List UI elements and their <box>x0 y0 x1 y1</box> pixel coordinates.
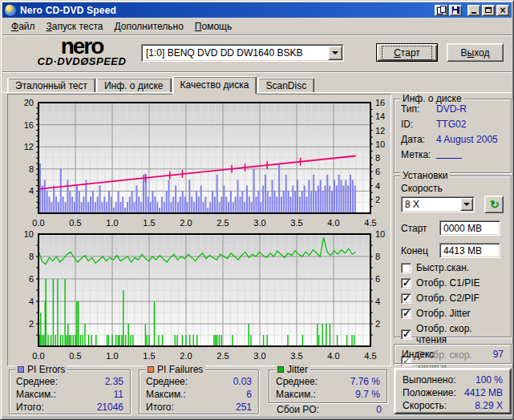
svg-text:12: 12 <box>375 126 385 135</box>
done-value: 100 % <box>476 374 503 386</box>
drive-select[interactable]: [1:0] BENQ DVD DD DW1640 BSKB <box>141 44 344 62</box>
tab-disc-info[interactable]: Инф. о диске <box>96 78 172 93</box>
exit-button[interactable]: Выход <box>447 43 504 62</box>
checkbox-box[interactable]: ✓ <box>401 329 411 340</box>
checkbox-box[interactable]: ✓ <box>401 293 411 304</box>
current-speed-value: 8.29 X <box>475 399 503 412</box>
menu-file[interactable]: Файл <box>6 19 41 34</box>
tab-strip: Эталонный тест Инф. о диске Качество дис… <box>7 75 315 92</box>
svg-text:10: 10 <box>375 139 385 149</box>
separator <box>2 417 512 418</box>
jitter-average: 7.76 % <box>350 375 380 388</box>
svg-text:4.0: 4.0 <box>327 218 339 228</box>
chevron-down-icon <box>463 203 470 206</box>
svg-text:1.5: 1.5 <box>143 351 155 361</box>
svg-text:4.0: 4.0 <box>327 351 339 361</box>
checkbox-box[interactable]: ✓ <box>401 309 411 319</box>
progress-panel: Выполнено:100 % Положение:4412 MB Скорос… <box>394 368 512 414</box>
end-position-row: Конец 4413 MB <box>395 243 511 258</box>
checkbox-box[interactable]: ✓ <box>401 263 411 273</box>
pie-total: 21046 <box>97 401 123 414</box>
nero-logo-text: nero <box>22 37 142 56</box>
end-position-input[interactable]: 4413 MB <box>439 243 500 258</box>
svg-text:8: 8 <box>375 153 380 163</box>
svg-text:6: 6 <box>29 274 34 284</box>
jitter-stats-group: Jitter Среднее:7.76 % Максим.:9.7 % <box>269 370 387 403</box>
svg-text:4: 4 <box>375 181 380 191</box>
svg-text:16: 16 <box>375 98 385 107</box>
disc-type-value: DVD-R <box>436 103 467 115</box>
start-button[interactable]: Старт <box>376 43 438 62</box>
pi-errors-title: PI Errors <box>27 364 65 375</box>
svg-text:1.5: 1.5 <box>143 218 155 228</box>
save-icon <box>452 6 459 14</box>
settings-title: Установки <box>400 170 450 181</box>
checkbox-show-c2-pif[interactable]: ✓ Отобр. C2/PIF <box>395 293 511 304</box>
svg-text:2.0: 2.0 <box>180 351 192 361</box>
checkbox-fast-scan[interactable]: ✓ Быстр.скан. <box>395 262 511 273</box>
disc-glyph: Ø <box>80 55 89 67</box>
done-row: Выполнено:100 % <box>395 374 510 386</box>
jitter-maximum: 9.7 % <box>355 388 380 401</box>
pif-average: 0.03 <box>233 375 252 388</box>
svg-text:3.5: 3.5 <box>290 218 302 228</box>
drive-select-dropdown-button[interactable] <box>328 46 342 60</box>
svg-text:6: 6 <box>375 274 380 284</box>
save-button[interactable] <box>449 5 462 16</box>
copy-icon <box>437 6 446 14</box>
settings-group: Установки Скорость 8 X ↻ Старт 0000 MB К… <box>394 176 512 337</box>
svg-text:2: 2 <box>29 319 34 329</box>
jitter-pif-chart: 1086421086420.00.51.01.52.02.53.03.54.04… <box>8 228 391 365</box>
separator <box>2 71 512 73</box>
speed-select[interactable]: 8 X <box>401 196 475 212</box>
speed-select-value: 8 X <box>402 199 460 210</box>
disc-date-row: Дата:4 August 2005 <box>395 134 511 145</box>
svg-text:3.0: 3.0 <box>253 351 265 361</box>
minimize-icon <box>472 12 476 14</box>
svg-text:0.0: 0.0 <box>32 218 44 228</box>
position-value: 4412 MB <box>464 386 503 399</box>
maximize-button[interactable] <box>482 5 495 16</box>
jitter-legend-icon <box>277 366 284 373</box>
speed-select-dropdown-button[interactable] <box>460 198 473 211</box>
quality-index-panel: Индекс 97 <box>394 344 512 364</box>
empty-label-line <box>436 151 462 159</box>
close-button[interactable]: × <box>496 5 509 16</box>
pif-total: 251 <box>236 401 252 414</box>
menu-extra[interactable]: Дополнительно <box>108 19 188 34</box>
pie-maximum: 11 <box>114 388 123 401</box>
pi-errors-stats-group: PI Errors Среднее:2.35 Максим.:11 Итого:… <box>9 370 131 414</box>
disc-id-row: ID:TTG02 <box>395 119 511 130</box>
svg-text:0.0: 0.0 <box>32 351 44 361</box>
svg-text:6: 6 <box>375 167 380 176</box>
po-failures-value: 0 <box>376 404 382 415</box>
jitter-title: Jitter <box>287 364 308 375</box>
checkbox-show-c1-pie[interactable]: ✓ Отобр. C1/PIE <box>395 277 511 289</box>
start-position-input[interactable]: 0000 MB <box>439 220 500 236</box>
pi-errors-legend-icon <box>18 366 24 373</box>
tab-disc-quality[interactable]: Качество диска <box>172 76 257 94</box>
svg-text:12: 12 <box>24 142 34 151</box>
app-icon <box>5 5 16 16</box>
pi-errors-chart: 201612841614121086420.00.51.01.52.02.53.… <box>8 95 391 228</box>
speed-row: Скорость:8.29 X <box>395 399 510 412</box>
svg-text:4: 4 <box>29 297 34 306</box>
checkbox-show-read-speed[interactable]: ✓ Отобр. скор. чтения <box>395 323 511 345</box>
svg-text:2.5: 2.5 <box>217 218 229 228</box>
checkbox-show-jitter[interactable]: ✓ Отобр. Jitter <box>395 308 511 319</box>
disc-info-group: Инф. о диске Тип:DVD-R ID:TTG02 Дата:4 A… <box>394 99 512 173</box>
menu-help[interactable]: Помощь <box>189 19 237 34</box>
svg-text:2.0: 2.0 <box>180 218 192 228</box>
tab-scandisc[interactable]: ScanDisc <box>257 78 314 93</box>
pi-failures-title: PI Failures <box>157 364 203 375</box>
menu-run-test[interactable]: Запуск теста <box>41 19 109 34</box>
checkbox-box[interactable]: ✓ <box>401 278 411 289</box>
svg-text:2: 2 <box>375 195 380 204</box>
pi-failures-legend-icon <box>148 366 154 373</box>
svg-text:4: 4 <box>375 297 380 306</box>
copy-screenshot-button[interactable] <box>435 5 447 16</box>
minimize-button[interactable] <box>467 5 480 16</box>
tab-benchmark[interactable]: Эталонный тест <box>7 78 95 93</box>
disc-id-value: TTG02 <box>436 119 466 130</box>
refresh-button[interactable]: ↻ <box>484 196 504 213</box>
